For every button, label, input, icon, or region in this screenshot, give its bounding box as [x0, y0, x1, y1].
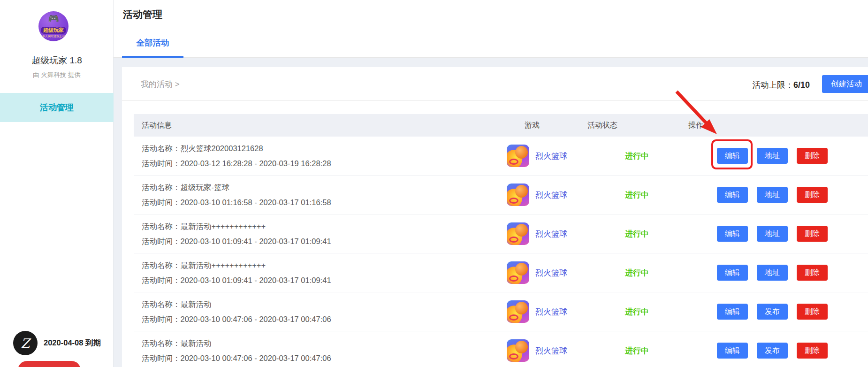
- edit-button[interactable]: 编辑: [717, 148, 748, 164]
- game-cell: 烈火篮球: [504, 145, 624, 167]
- publish-button[interactable]: 发布: [757, 304, 788, 320]
- activity-time-value: 2020-03-10 01:09:41 - 2020-03-17 01:09:4…: [181, 276, 331, 284]
- address-button[interactable]: 地址: [757, 265, 788, 281]
- activity-name-value: 最新活动: [181, 339, 212, 347]
- game-link[interactable]: 烈火篮球: [535, 229, 567, 239]
- actions-cell: 编辑 地址 删除: [716, 226, 868, 242]
- renew-button[interactable]: [18, 361, 81, 367]
- app-logo: 🎮 超级玩家 多人实时游戏互动: [38, 11, 69, 41]
- hoop-icon: [509, 237, 518, 243]
- edit-button[interactable]: 编辑: [717, 304, 748, 320]
- delete-button[interactable]: 删除: [797, 187, 828, 203]
- game-link[interactable]: 烈火篮球: [535, 345, 567, 356]
- activity-name-value: 最新活动: [181, 300, 212, 308]
- delete-button[interactable]: 删除: [797, 148, 828, 164]
- game-cell: 烈火篮球: [504, 184, 624, 206]
- sidebar: 🎮 超级玩家 多人实时游戏互动 超级玩家 1.8 由 火舞科技 提供 活动管理 …: [0, 0, 114, 367]
- status-cell: 进行中: [624, 268, 716, 278]
- activity-time-label: 活动时间：: [142, 198, 181, 206]
- table-row: 活动名称：最新活动 活动时间：2020-03-10 00:47:06 - 202…: [134, 292, 868, 331]
- table-body: 活动名称：烈火篮球202003121628 活动时间：2020-03-12 16…: [134, 137, 868, 367]
- status-badge: 进行中: [625, 307, 649, 316]
- provider-text: 由 火舞科技 提供: [0, 71, 114, 79]
- logo-banner-text: 超级玩家: [41, 27, 66, 34]
- actions-cell: 编辑 地址 删除: [716, 187, 868, 203]
- activity-time-label: 活动时间：: [142, 354, 181, 362]
- table-row: 活动名称：最新活动++++++++++++ 活动时间：2020-03-10 01…: [134, 214, 868, 253]
- create-activity-button[interactable]: 创建活动: [822, 75, 868, 93]
- activity-table: 活动信息 游戏 活动状态 操作 活动名称：烈火篮球202003121628 活动…: [134, 114, 868, 367]
- game-icon: [507, 339, 529, 362]
- table-row: 活动名称：最新活动++++++++++++ 活动时间：2020-03-10 01…: [134, 253, 868, 292]
- status-cell: 进行中: [624, 151, 716, 161]
- activity-limit-value: 6/10: [793, 80, 810, 90]
- page-title: 活动管理: [123, 8, 162, 21]
- activity-time-value: 2020-03-10 00:47:06 - 2020-03-17 00:47:0…: [181, 354, 331, 362]
- game-cell: 烈火篮球: [504, 300, 624, 323]
- edit-button[interactable]: 编辑: [717, 343, 748, 359]
- content-area: 我的活动 > 活动上限：6/10 创建活动 活动信息 游戏 活动状态 操作 活动…: [114, 58, 868, 367]
- hoop-icon: [509, 275, 518, 282]
- activity-name-label: 活动名称：: [142, 300, 181, 308]
- activity-name-label: 活动名称：: [142, 261, 181, 269]
- breadcrumb[interactable]: 我的活动 >: [141, 79, 180, 90]
- status-cell: 进行中: [624, 345, 716, 356]
- activity-name-value: 超级玩家-篮球: [181, 183, 230, 191]
- game-cell: 烈火篮球: [504, 222, 624, 245]
- activity-info-cell: 活动名称：最新活动++++++++++++ 活动时间：2020-03-10 01…: [134, 260, 504, 286]
- status-cell: 进行中: [624, 229, 716, 239]
- actions-cell: 编辑 地址 删除: [716, 148, 868, 164]
- activity-time-label: 活动时间：: [142, 276, 181, 284]
- gamepad-icon: 🎮: [38, 13, 69, 24]
- status-badge: 进行中: [625, 346, 649, 355]
- delete-button[interactable]: 删除: [797, 226, 828, 242]
- edit-button[interactable]: 编辑: [717, 265, 748, 281]
- edit-button[interactable]: 编辑: [717, 226, 748, 242]
- activity-limit: 活动上限：6/10: [752, 79, 810, 91]
- publish-button[interactable]: 发布: [757, 343, 788, 359]
- col-game: 游戏: [525, 121, 540, 130]
- card-toolbar: 我的活动 > 活动上限：6/10 创建活动: [122, 67, 868, 101]
- game-link[interactable]: 烈火篮球: [535, 190, 567, 200]
- actions-cell: 编辑 发布 删除: [716, 304, 868, 320]
- app-name: 超级玩家 1.8: [0, 54, 114, 67]
- game-link[interactable]: 烈火篮球: [535, 268, 567, 278]
- game-icon: [507, 300, 529, 323]
- activity-info-cell: 活动名称：最新活动 活动时间：2020-03-10 00:47:06 - 202…: [134, 337, 504, 364]
- table-row: 活动名称：超级玩家-篮球 活动时间：2020-03-10 01:16:58 - …: [134, 176, 868, 214]
- edit-button[interactable]: 编辑: [717, 187, 748, 203]
- actions-cell: 编辑 发布 删除: [716, 343, 868, 359]
- brand-z-icon: Z: [13, 331, 38, 355]
- activity-time-value: 2020-03-10 00:47:06 - 2020-03-17 00:47:0…: [181, 315, 331, 323]
- activity-limit-label: 活动上限：: [752, 80, 793, 90]
- address-button[interactable]: 地址: [757, 226, 788, 242]
- address-button[interactable]: 地址: [757, 148, 788, 164]
- basketball-icon: [515, 224, 528, 237]
- activity-name-value: 最新活动++++++++++++: [181, 222, 266, 230]
- sidebar-item-activity-management[interactable]: 活动管理: [0, 93, 114, 122]
- delete-button[interactable]: 删除: [797, 304, 828, 320]
- game-link[interactable]: 烈火篮球: [535, 151, 567, 161]
- basketball-icon: [515, 341, 528, 353]
- address-button[interactable]: 地址: [757, 187, 788, 203]
- game-icon: [507, 261, 529, 284]
- activity-name-value: 最新活动++++++++++++: [181, 261, 266, 269]
- expiry-info: Z 2020-04-08 到期: [13, 331, 101, 355]
- activity-name-label: 活动名称：: [142, 144, 181, 153]
- col-operations: 操作: [688, 121, 703, 130]
- tab-all-activities[interactable]: 全部活动: [122, 37, 183, 48]
- status-cell: 进行中: [624, 306, 716, 317]
- table-row: 活动名称：最新活动 活动时间：2020-03-10 00:47:06 - 202…: [134, 331, 868, 367]
- delete-button[interactable]: 删除: [797, 343, 828, 359]
- game-link[interactable]: 烈火篮球: [535, 306, 567, 317]
- logo-tagline: 多人实时游戏互动: [38, 34, 69, 38]
- basketball-icon: [515, 185, 528, 198]
- hoop-icon: [509, 198, 518, 204]
- activity-time-label: 活动时间：: [142, 159, 181, 168]
- delete-button[interactable]: 删除: [797, 265, 828, 281]
- activity-card: 我的活动 > 活动上限：6/10 创建活动 活动信息 游戏 活动状态 操作 活动…: [122, 67, 868, 367]
- hoop-icon: [509, 159, 518, 165]
- activity-time-value: 2020-03-10 01:16:58 - 2020-03-17 01:16:5…: [181, 198, 331, 206]
- activity-info-cell: 活动名称：最新活动 活动时间：2020-03-10 00:47:06 - 202…: [134, 298, 504, 325]
- activity-time-label: 活动时间：: [142, 315, 181, 323]
